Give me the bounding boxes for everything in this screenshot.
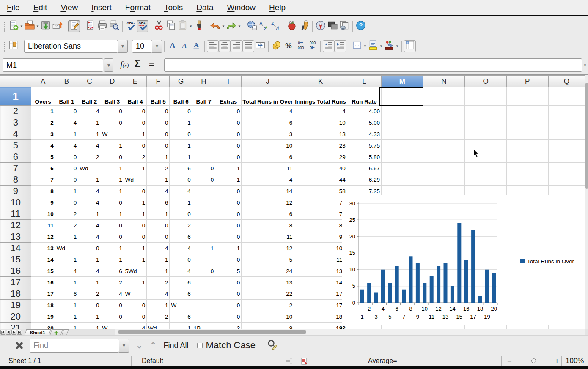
row-header-18[interactable]: 18	[0, 288, 31, 300]
cell[interactable]: 1	[170, 151, 192, 163]
cell[interactable]	[465, 87, 507, 106]
cell[interactable]: 13	[31, 243, 55, 254]
cell[interactable]: 2	[242, 300, 294, 311]
cell[interactable]: 24	[242, 265, 294, 277]
cell[interactable]	[192, 117, 215, 128]
data-sources-button[interactable]	[338, 20, 350, 32]
cell[interactable]: 1	[147, 174, 170, 186]
row-header-9[interactable]: 9	[0, 186, 31, 197]
navigator-button[interactable]	[315, 20, 327, 32]
cell[interactable]: 6.67	[347, 163, 381, 174]
row-header-15[interactable]: 15	[0, 254, 31, 265]
cell[interactable]: 0	[215, 186, 242, 197]
cell[interactable]: Extras	[215, 87, 242, 106]
cell[interactable]: 10	[242, 140, 294, 151]
cell[interactable]: 1B	[192, 323, 215, 329]
cell[interactable]: 6	[170, 231, 192, 243]
find-next-icon[interactable]: ⌄	[136, 340, 143, 350]
sort-descending-button[interactable]: ZA	[270, 20, 282, 32]
cell[interactable]: 1	[147, 300, 170, 311]
cell[interactable]: 0	[215, 220, 242, 231]
cell[interactable]: 4	[78, 197, 101, 208]
cell[interactable]	[423, 174, 465, 186]
cell[interactable]: 4	[31, 140, 55, 151]
cell[interactable]: 1	[31, 106, 55, 117]
cell[interactable]: 1	[78, 208, 101, 220]
copy-button[interactable]	[165, 20, 177, 32]
cell[interactable]	[192, 231, 215, 243]
cell[interactable]: 5	[242, 254, 294, 265]
cell[interactable]: 9	[242, 323, 294, 329]
cell[interactable]: 0	[170, 106, 192, 117]
cell[interactable]: 0	[55, 174, 78, 186]
menu-tools[interactable]: Tools	[164, 3, 183, 12]
cell[interactable]: Innings Total Runs	[294, 87, 347, 106]
cell[interactable]: 2	[78, 288, 101, 300]
cell[interactable]: 4	[55, 265, 78, 277]
last-sheet-icon[interactable]	[17, 330, 22, 335]
cell[interactable]	[465, 106, 507, 117]
selection-mode-icon[interactable]	[286, 355, 293, 366]
cell[interactable]: Ball 5	[147, 87, 170, 106]
cell[interactable]: 0	[147, 140, 170, 151]
cell[interactable]: 2	[55, 220, 78, 231]
draw-functions-button[interactable]	[298, 20, 310, 32]
cell[interactable]: 1	[215, 163, 242, 174]
cell[interactable]	[465, 174, 507, 186]
first-sheet-icon[interactable]	[0, 330, 5, 335]
find-previous-icon[interactable]: ⌃	[150, 340, 157, 350]
cell[interactable]: 1	[55, 311, 78, 323]
cell[interactable]	[548, 128, 585, 140]
cell[interactable]: 4	[78, 140, 101, 151]
cell[interactable]: 0	[215, 128, 242, 140]
cell[interactable]: 0	[215, 288, 242, 300]
column-header-D[interactable]: D	[101, 76, 124, 87]
cell[interactable]	[381, 140, 423, 151]
cell[interactable]: 44	[294, 174, 347, 186]
cell[interactable]: 1	[101, 186, 124, 197]
selected-cell-M1[interactable]	[381, 87, 423, 106]
cell[interactable]: 6	[170, 288, 192, 300]
cell[interactable]: 1	[170, 323, 192, 329]
cell[interactable]	[381, 163, 423, 174]
cell[interactable]: 4	[78, 231, 101, 243]
row-header-1[interactable]: 1	[0, 87, 31, 106]
cell[interactable]	[192, 106, 215, 117]
cell[interactable]: 76	[294, 208, 347, 220]
cell[interactable]: 1	[101, 174, 124, 186]
cell[interactable]: 1	[124, 208, 146, 220]
cell[interactable]: 1	[78, 117, 101, 128]
cell[interactable]: 1	[101, 140, 124, 151]
cell[interactable]: 149	[294, 277, 347, 288]
cell[interactable]: 0	[78, 243, 101, 254]
cell[interactable]: 6	[55, 288, 78, 300]
row-header-8[interactable]: 8	[0, 174, 31, 186]
zoom-out-icon[interactable]: –	[508, 355, 511, 366]
sheet-number-status[interactable]: Sheet 1 / 1	[8, 355, 41, 366]
cell[interactable]: 1	[147, 208, 170, 220]
cell[interactable]: 5Wd	[124, 265, 146, 277]
delete-decimal-button[interactable]: .0000	[306, 40, 318, 52]
zoom-percent-status[interactable]: 100%	[566, 355, 584, 366]
gallery-button[interactable]	[286, 20, 298, 32]
cell[interactable]: Wd	[147, 323, 170, 329]
cell[interactable]: 5	[215, 265, 242, 277]
font-name-dropdown-icon[interactable]: ▼	[118, 40, 128, 53]
column-header-C[interactable]: C	[78, 76, 101, 87]
cell[interactable]: Total Runs in Over	[242, 87, 294, 106]
background-color-dropdown-icon[interactable]: ▼	[379, 41, 383, 52]
cell[interactable]: W	[101, 323, 124, 329]
cell[interactable]: 13	[242, 277, 294, 288]
cell[interactable]: 0	[147, 128, 170, 140]
cell[interactable]: 0	[147, 117, 170, 128]
column-header-N[interactable]: N	[423, 76, 465, 87]
cell[interactable]: 6	[242, 151, 294, 163]
cell[interactable]: 4	[55, 140, 78, 151]
cell[interactable]: 29	[294, 151, 347, 163]
cell[interactable]: 13	[294, 128, 347, 140]
match-case-checkbox[interactable]	[197, 343, 203, 348]
cell[interactable]: 0	[215, 277, 242, 288]
background-color-button[interactable]	[367, 40, 379, 52]
cell[interactable]: 136	[294, 265, 347, 277]
cell[interactable]: Wd	[55, 243, 78, 254]
